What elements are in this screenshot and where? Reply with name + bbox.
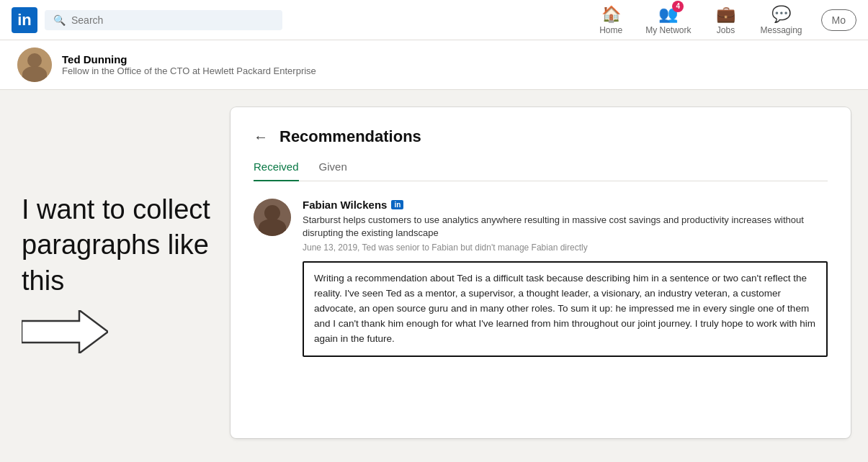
tab-received[interactable]: Received [254, 160, 299, 181]
home-icon: 🏠 [601, 5, 621, 24]
rec-tabs: Received Given [254, 160, 828, 181]
network-icon: 👥 4 [658, 5, 678, 24]
network-badge: 4 [672, 1, 684, 12]
nav-item-home[interactable]: 🏠 Home [589, 5, 632, 35]
recommendations-card: ← Recommendations Received Given Fabian … [231, 107, 851, 438]
profile-name: Ted Dunning [62, 53, 316, 65]
nav-item-jobs[interactable]: 💼 Jobs [704, 5, 748, 35]
linkedin-logo[interactable]: in [12, 7, 37, 33]
nav-messaging-label: Messaging [761, 25, 802, 35]
svg-marker-0 [22, 310, 108, 353]
profile-subheader: Ted Dunning Fellow in the Office of the … [0, 40, 868, 90]
rec-name-row: Fabian Wilckens in [303, 199, 828, 211]
jobs-icon: 💼 [716, 5, 735, 24]
avatar [17, 47, 52, 82]
tab-given[interactable]: Given [319, 160, 347, 181]
nav-home-label: Home [599, 25, 622, 35]
search-icon: 🔍 [53, 14, 66, 26]
profile-info: Ted Dunning Fellow in the Office of the … [62, 53, 316, 76]
rec-text-box: Writing a recommendation about Ted is a … [303, 261, 828, 357]
right-arrow-icon [22, 310, 108, 353]
rec-avatar-image [254, 199, 291, 236]
navbar: in 🔍 🏠 Home 👥 4 My Network 💼 Jobs 💬 Mess… [0, 0, 868, 40]
rec-tagline: Starburst helps customers to use analyti… [303, 214, 828, 240]
rec-avatar [254, 199, 291, 236]
left-panel: I want to collect paragraphs like this [0, 107, 231, 438]
rec-meta: June 13, 2019, Ted was senior to Fabian … [303, 243, 828, 253]
linkedin-badge: in [391, 200, 403, 209]
rec-item-body: Fabian Wilckens in Starburst helps custo… [303, 199, 828, 357]
recommendation-item: Fabian Wilckens in Starburst helps custo… [254, 199, 828, 357]
search-bar[interactable]: 🔍 [45, 10, 282, 30]
nav-item-messaging[interactable]: 💬 Messaging [751, 5, 813, 35]
back-button[interactable]: ← [254, 129, 268, 145]
messaging-icon: 💬 [771, 5, 791, 24]
annotation-text: I want to collect paragraphs like this [22, 192, 231, 299]
nav-network-label: My Network [645, 25, 691, 35]
main-content: I want to collect paragraphs like this ←… [0, 90, 868, 438]
search-input[interactable] [71, 14, 274, 26]
profile-title: Fellow in the Office of the CTO at Hewle… [62, 65, 316, 76]
arrow-container [22, 310, 231, 353]
nav-jobs-label: Jobs [717, 25, 735, 35]
avatar-image [17, 47, 52, 82]
nav-item-my-network[interactable]: 👥 4 My Network [635, 5, 701, 35]
rec-header: ← Recommendations [254, 127, 828, 146]
rec-person-name: Fabian Wilckens [303, 199, 387, 211]
nav-more-button[interactable]: Mo [821, 9, 856, 31]
rec-title: Recommendations [279, 127, 421, 146]
nav-items: 🏠 Home 👥 4 My Network 💼 Jobs 💬 Messaging… [589, 5, 856, 35]
